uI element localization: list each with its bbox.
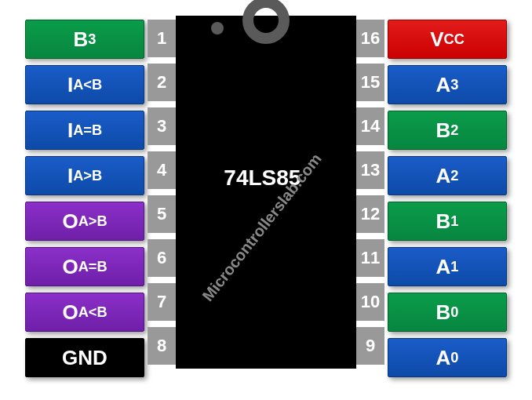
pin-12: 12 <box>356 195 384 233</box>
pin-label-gnd: GND <box>25 338 144 377</box>
left-pin-numbers: 1 2 3 4 5 6 7 8 <box>144 20 176 365</box>
pin-label-b1: B1 <box>388 202 507 241</box>
pin-16: 16 <box>356 20 384 57</box>
pin-label-oa-lt-b: OA<B <box>25 293 144 332</box>
pin-label-a1: A1 <box>388 247 507 286</box>
pin-label-oa-gt-b: OA>B <box>25 202 144 241</box>
pin-13: 13 <box>356 151 384 189</box>
ic-pinout-diagram: B3 IA<B IA=B IA>B OA>B OA=B OA<B GND 1 2… <box>8 16 524 377</box>
pin-7: 7 <box>148 283 176 321</box>
pin-8: 8 <box>148 327 176 365</box>
orientation-dot-icon <box>211 22 224 35</box>
pin-label-ia-eq-b: IA=B <box>25 111 144 150</box>
notch-icon <box>242 0 290 44</box>
pin-label-oa-eq-b: OA=B <box>25 247 144 286</box>
pin-label-ia-lt-b: IA<B <box>25 65 144 104</box>
pin-14: 14 <box>356 107 384 145</box>
pin-label-b2: B2 <box>388 111 507 150</box>
pin-9: 9 <box>356 327 384 365</box>
right-labels: VCC A3 B2 A2 B1 A1 B0 A0 <box>388 20 507 377</box>
pin-10: 10 <box>356 283 384 321</box>
pin-label-b3: B3 <box>25 20 144 59</box>
pin-2: 2 <box>148 64 176 101</box>
pin-1: 1 <box>148 20 176 57</box>
pin-15: 15 <box>356 64 384 101</box>
pin-label-a2: A2 <box>388 156 507 195</box>
pin-label-ia-gt-b: IA>B <box>25 156 144 195</box>
pin-4: 4 <box>148 151 176 189</box>
pin-label-b0: B0 <box>388 293 507 332</box>
pin-3: 3 <box>148 107 176 145</box>
pin-5: 5 <box>148 195 176 233</box>
pin-6: 6 <box>148 239 176 277</box>
pin-11: 11 <box>356 239 384 277</box>
pin-label-vcc: VCC <box>388 20 507 59</box>
pin-label-a0: A0 <box>388 338 507 377</box>
left-labels: B3 IA<B IA=B IA>B OA>B OA=B OA<B GND <box>25 20 144 377</box>
right-pin-numbers: 16 15 14 13 12 11 10 9 <box>356 20 388 365</box>
pin-label-a3: A3 <box>388 65 507 104</box>
chip-body: 74LS85 Microcontrollerslab.com <box>176 16 356 369</box>
